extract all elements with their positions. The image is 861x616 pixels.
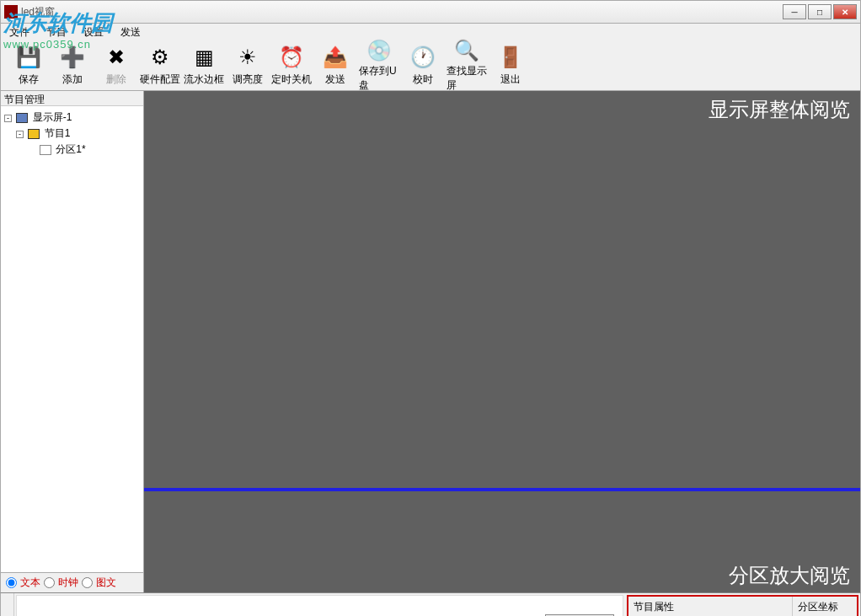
app-icon <box>4 5 18 19</box>
radio-imgtext-label: 图文 <box>96 576 116 590</box>
menu-send[interactable]: 发送 <box>115 24 146 41</box>
screen-icon <box>16 113 28 123</box>
save-icon: 💾 <box>15 44 42 71</box>
property-panels: 节目属性 播放方式 从右向左移动 动画速度 4 页间停留 固定不动 播放前清场 … <box>627 595 858 616</box>
add-icon: ➕ <box>59 44 86 71</box>
preview-area: 显示屏整体阅览 分区放大阅览 <box>144 91 860 592</box>
menu-program[interactable]: 节目 <box>41 24 72 41</box>
search-icon: 🔍 <box>453 39 480 62</box>
tree-toggle-icon[interactable]: - <box>16 131 24 138</box>
preview-zoom-label: 分区放大阅览 <box>729 562 850 589</box>
tree-toggle-icon[interactable]: - <box>4 115 12 122</box>
program-icon <box>28 129 40 139</box>
program-tree: - 显示屏-1 - 节目1 分区1* <box>1 106 143 572</box>
main-area: 节目管理 - 显示屏-1 - 节目1 分区1* 文本 时钟 图文 <box>0 91 861 592</box>
flowborder-icon: ▦ <box>190 44 217 71</box>
save-button[interactable]: 💾保存 <box>8 43 50 88</box>
preview-zoom: 分区放大阅览 <box>144 491 860 592</box>
zone-coords: 分区坐标 起点X ▲▼ 起点Y ▲▼ 高度 ▲▼ 宽度 ▲▼ <box>793 597 857 616</box>
hardware-button[interactable]: ⚙硬件配置 <box>139 43 181 88</box>
add-button[interactable]: ➕添加 <box>51 43 94 88</box>
tree-node-screen[interactable]: - 显示屏-1 <box>4 110 140 126</box>
delete-button[interactable]: ✖删除 <box>95 43 137 88</box>
program-properties: 节目属性 播放方式 从右向左移动 动画速度 4 页间停留 固定不动 播放前清场 … <box>628 597 793 616</box>
props-title: 节目属性 <box>634 600 787 614</box>
brightness-button[interactable]: ☀调亮度 <box>227 43 269 88</box>
timer-icon: ⏰ <box>278 44 305 71</box>
preview-overall: 显示屏整体阅览 <box>144 91 860 491</box>
close-button[interactable]: ✕ <box>833 4 857 19</box>
tree-label: 分区1* <box>56 143 85 155</box>
tree-label: 节目1 <box>45 127 71 139</box>
coords-title: 分区坐标 <box>798 600 852 614</box>
exit-button[interactable]: 🚪退出 <box>489 43 532 88</box>
findscreen-button[interactable]: 🔍查找显示屏 <box>446 43 488 88</box>
zone-icon <box>40 145 51 155</box>
window-title: led视窗 <box>21 5 783 19</box>
menu-file[interactable]: 文件 <box>4 24 35 41</box>
radio-text-label: 文本 <box>20 576 40 590</box>
brightness-icon: ☀ <box>234 44 261 71</box>
maximize-button[interactable]: □ <box>808 4 832 19</box>
exit-icon: 🚪 <box>497 44 524 71</box>
tree-header: 节目管理 <box>1 91 143 106</box>
saveusb-button[interactable]: 💿保存到U盘 <box>358 43 400 88</box>
minimize-button[interactable]: ─ <box>783 4 806 19</box>
timer-button[interactable]: ⏰定时关机 <box>270 43 313 88</box>
tree-node-program[interactable]: - 节目1 <box>4 126 140 142</box>
menu-settings[interactable]: 设置 <box>78 24 109 41</box>
usb-icon: 💿 <box>366 39 393 62</box>
calibrate-button[interactable]: 🕐校时 <box>402 43 444 88</box>
tree-label: 显示屏-1 <box>33 111 72 123</box>
flowborder-button[interactable]: ▦流水边框 <box>183 43 225 88</box>
edit-canvas: 进入编辑 <box>16 595 623 616</box>
title-bar: led视窗 ─ □ ✕ <box>0 0 861 24</box>
radio-clock[interactable] <box>44 577 55 588</box>
clock-icon: 🕐 <box>409 44 436 71</box>
hardware-icon: ⚙ <box>147 44 174 71</box>
radio-text[interactable] <box>6 577 17 588</box>
toolbar: 💾保存 ➕添加 ✖删除 ⚙硬件配置 ▦流水边框 ☀调亮度 ⏰定时关机 📤发送 💿… <box>0 40 861 91</box>
type-radio-group: 文本 时钟 图文 <box>1 572 143 592</box>
delete-icon: ✖ <box>103 44 130 71</box>
edit-panel-title: 属性编辑窗体 <box>1 593 14 616</box>
left-panel: 节目管理 - 显示屏-1 - 节目1 分区1* 文本 时钟 图文 <box>1 91 144 592</box>
send-button[interactable]: 📤发送 <box>314 43 356 88</box>
radio-imgtext[interactable] <box>82 577 93 588</box>
edit-row: 属性编辑窗体 进入编辑 节目属性 播放方式 从右向左移动 动画速度 4 页间停留… <box>0 592 861 616</box>
tree-node-zone[interactable]: 分区1* <box>4 142 140 158</box>
radio-clock-label: 时钟 <box>58 576 78 590</box>
menu-bar: 文件 节目 设置 发送 <box>0 24 861 40</box>
send-icon: 📤 <box>322 44 349 71</box>
preview-overall-label: 显示屏整体阅览 <box>709 96 850 123</box>
